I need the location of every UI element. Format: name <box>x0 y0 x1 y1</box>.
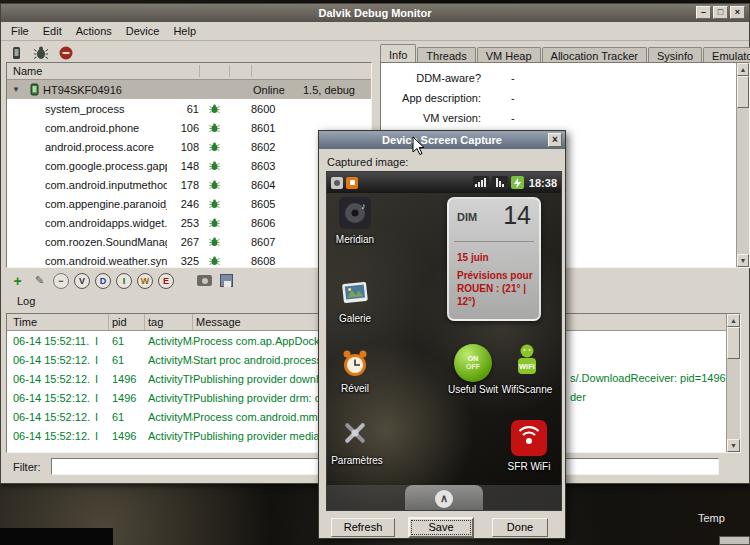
log-level-verbose-button[interactable]: V <box>74 273 90 289</box>
menu-help[interactable]: Help <box>166 23 203 39</box>
info-field: VM version: - <box>381 108 749 128</box>
tab-sysinfo[interactable]: Sysinfo <box>648 47 702 63</box>
tab-info[interactable]: Info <box>380 44 416 63</box>
network-icon <box>492 176 508 189</box>
log-message-continuation: der <box>570 388 586 407</box>
export-log-icon[interactable] <box>196 272 213 289</box>
column-separator <box>229 65 230 77</box>
log-time: 06-14 15:52:12. <box>7 411 95 423</box>
refresh-button[interactable]: Refresh <box>331 518 395 537</box>
window-controls: – □ × <box>696 6 745 19</box>
process-pid: 106 <box>167 122 199 134</box>
stop-process-icon[interactable] <box>57 44 75 62</box>
menu-device[interactable]: Device <box>119 23 167 39</box>
info-scrollbar[interactable]: ▲ ▼ <box>736 63 749 267</box>
process-row[interactable]: com.google.process.gapp 148 8603 <box>7 156 371 175</box>
scroll-thumb[interactable] <box>727 327 740 359</box>
device-serial: HT94SKF04916 <box>43 84 253 96</box>
pid-column-header[interactable]: pid <box>109 314 145 330</box>
log-level-error-button[interactable]: E <box>158 273 174 289</box>
log-tag: ActivityTh <box>145 430 193 442</box>
tab-vm-heap[interactable]: VM Heap <box>477 47 541 63</box>
scroll-up-icon[interactable]: ▲ <box>737 63 749 76</box>
scroll-down-icon[interactable]: ▼ <box>737 254 749 267</box>
widget-date-line: 15 juin <box>457 251 489 264</box>
taskbar-fragment <box>0 528 113 545</box>
mouse-cursor-icon <box>412 136 426 158</box>
log-level: I <box>95 392 109 404</box>
update-heap-icon[interactable] <box>32 44 50 62</box>
log-level: I <box>95 354 109 366</box>
svg-text:WiFi: WiFi <box>519 362 535 371</box>
menu-bar: File Edit Actions Device Help <box>1 22 749 41</box>
expander-icon[interactable]: ▼ <box>7 85 25 94</box>
log-tag: ActivityMa <box>145 411 193 423</box>
settings-app-icon <box>339 417 371 449</box>
save-button[interactable]: Save <box>408 517 474 538</box>
minimize-icon[interactable]: – <box>696 6 711 19</box>
device-row[interactable]: ▼ HT94SKF04916 Online 1.5, debug <box>7 80 371 99</box>
edit-filter-icon[interactable]: ✎ <box>31 272 48 289</box>
tab-allocation-tracker[interactable]: Allocation Tracker <box>542 47 647 63</box>
process-row[interactable]: android.process.acore 108 8602 <box>7 137 371 156</box>
process-pid: 61 <box>167 103 199 115</box>
close-icon[interactable]: × <box>548 133 562 147</box>
sfr-wifi-app-icon <box>511 420 547 456</box>
log-scrollbar[interactable]: ▲ ▼ <box>726 314 740 452</box>
menu-edit[interactable]: Edit <box>36 23 69 39</box>
debug-process-icon[interactable] <box>7 44 25 62</box>
maximize-icon[interactable]: □ <box>713 6 728 19</box>
column-separator <box>251 65 252 77</box>
app-label: Galerie <box>327 313 383 324</box>
taskbar-sliver <box>719 536 750 545</box>
process-row[interactable]: com.android.inputmethod 178 8604 <box>7 175 371 194</box>
drawer-arrow-icon: ∧ <box>435 490 453 508</box>
temp-label: Temp <box>698 512 725 524</box>
process-pid: 253 <box>167 217 199 229</box>
tab-emulator-control[interactable]: Emulator Control <box>703 47 750 63</box>
svg-text:♪: ♪ <box>361 201 366 211</box>
process-name: com.google.process.gapp <box>7 160 167 172</box>
battery-icon <box>511 176 524 189</box>
add-filter-icon[interactable]: + <box>9 272 26 289</box>
save-log-icon[interactable] <box>218 272 235 289</box>
scroll-down-icon[interactable]: ▼ <box>727 439 740 452</box>
log-time: 06-14 15:52:12. <box>7 392 95 404</box>
scroll-thumb[interactable] <box>737 76 749 108</box>
close-icon[interactable]: × <box>730 6 745 19</box>
window-titlebar[interactable]: Dalvik Debug Monitor – □ × <box>1 4 749 22</box>
tag-column-header[interactable]: tag <box>145 314 193 330</box>
bug-icon <box>199 142 229 152</box>
process-row[interactable]: com.appengine.paranoid_ 246 8605 <box>7 194 371 213</box>
info-field: App description: - <box>381 88 749 108</box>
log-level-debug-button[interactable]: D <box>95 273 111 289</box>
log-message-continuation: s/.DownloadReceiver: pid=1496 u <box>570 369 735 388</box>
log-level-info-button[interactable]: I <box>116 273 132 289</box>
log-pid: 1496 <box>109 392 145 404</box>
log-toolbar: + ✎ − V D I W E <box>9 272 235 289</box>
device-tree-header[interactable]: Name <box>7 63 371 80</box>
delete-filter-icon[interactable]: − <box>53 273 69 289</box>
app-label: Paramètres <box>327 455 387 466</box>
field-value: - <box>481 72 515 84</box>
menu-file[interactable]: File <box>4 23 36 39</box>
process-row[interactable]: com.android.weather.sync 325 8608 <box>7 251 371 268</box>
done-button[interactable]: Done <box>492 518 548 537</box>
process-name: com.android.phone <box>7 122 167 134</box>
process-row[interactable]: com.androidapps.widget.b 253 8606 <box>7 213 371 232</box>
time-column-header[interactable]: Time <box>7 314 109 330</box>
dialog-title: Device Screen Capture <box>382 134 502 146</box>
process-row[interactable]: com.roozen.SoundManag 267 8607 <box>7 232 371 251</box>
process-row[interactable]: com.android.phone 106 8601 <box>7 118 371 137</box>
scroll-up-icon[interactable]: ▲ <box>727 314 740 327</box>
dialog-titlebar[interactable]: Device Screen Capture × <box>319 131 565 149</box>
android-status-bar: 18:38 <box>327 172 561 193</box>
desktop: Temp Dalvik Debug Monitor – □ × File Edi… <box>0 0 750 545</box>
log-pid: 1496 <box>109 373 145 385</box>
log-tag: ActivityTh <box>145 392 193 404</box>
log-tag: ActivityTh <box>145 373 193 385</box>
menu-actions[interactable]: Actions <box>69 23 119 39</box>
tab-threads[interactable]: Threads <box>417 47 475 63</box>
process-row[interactable]: system_process 61 8600 <box>7 99 371 118</box>
log-level-warn-button[interactable]: W <box>137 273 153 289</box>
